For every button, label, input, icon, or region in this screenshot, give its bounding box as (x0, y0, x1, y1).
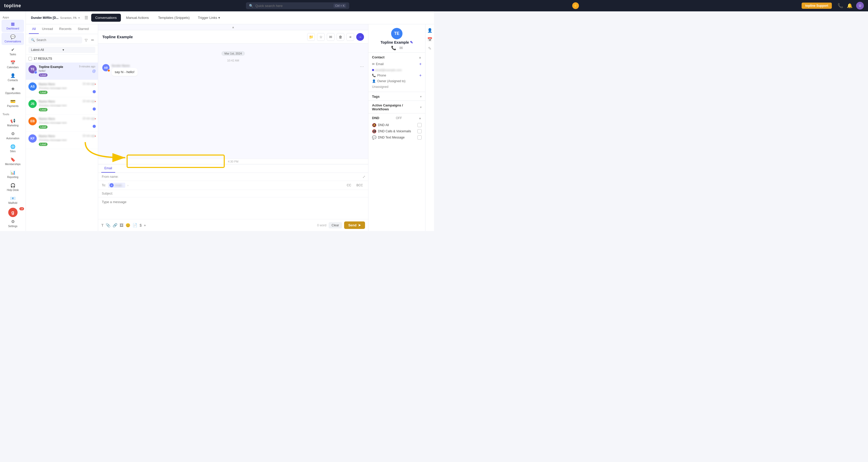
edit-far-icon[interactable]: ✎ (428, 46, 431, 51)
calendars-icon: 📅 (10, 60, 16, 65)
sidebar-item-conversations[interactable]: 💬 Conversations (2, 33, 24, 45)
conversation-tabs: All Unread Recents Starred (26, 24, 98, 34)
sidebar-toggle-icon[interactable]: ☰ (85, 15, 88, 20)
to-expand-icon[interactable]: › (127, 184, 128, 187)
folder-icon-button[interactable]: 📁 (307, 33, 315, 41)
conversation-item[interactable]: TE Topline Example 9 minutes ago hello! … (26, 63, 98, 80)
dnd-calls-checkbox[interactable] (417, 129, 422, 133)
document-icon[interactable]: 📄 (132, 223, 137, 228)
sidebar-item-helpdesk[interactable]: 🎧 Help Desk (2, 181, 24, 193)
collapse-bar[interactable]: ▲ (98, 24, 368, 30)
contact-section-header[interactable]: Contact ▲ (368, 53, 425, 61)
message-sender-name: Sender Name (112, 64, 130, 67)
filter-icon-button[interactable]: ≡ (346, 33, 354, 41)
dollar-icon[interactable]: $ (140, 223, 142, 227)
compose-icon[interactable]: ✏ (90, 37, 95, 43)
tab-starred[interactable]: Starred (75, 24, 92, 34)
link-icon[interactable]: 🔗 (113, 223, 118, 228)
sidebar-item-label: Settings (8, 225, 17, 228)
sidebar-item-tasks[interactable]: ✔ Tasks (2, 45, 24, 58)
compose-toolbar: T 📎 🔗 🖼 😊 📄 $ + 0 word Clear Send ➤ (98, 219, 368, 231)
compose-expand-icon[interactable]: ⤢ (363, 175, 366, 179)
tab-all[interactable]: All (29, 24, 39, 34)
avatar-badge (34, 71, 37, 74)
conversation-preview: Preview message text (39, 87, 95, 90)
tab-trigger-links[interactable]: Trigger Links ▾ (195, 14, 223, 22)
add-phone-button[interactable]: + (419, 73, 422, 78)
search-input[interactable] (255, 4, 332, 8)
dnd-sms-checkbox[interactable] (417, 135, 422, 140)
message-more-icon[interactable]: ⋯ (360, 64, 364, 69)
message-textarea[interactable] (102, 200, 365, 215)
mailfold-icon: 📧 (10, 196, 16, 201)
expand-icon-button[interactable]: → (356, 33, 364, 41)
dnd-section-header[interactable]: DND OFF ▲ (368, 114, 425, 122)
edit-icon[interactable]: ✎ (410, 40, 413, 44)
tab-manual-actions[interactable]: Manual Actions (122, 14, 153, 22)
text-format-icon[interactable]: T (101, 223, 103, 227)
clear-button[interactable]: Clear (329, 222, 342, 228)
sidebar-item-automation[interactable]: ⚙ Automation (2, 129, 24, 142)
search-input[interactable] (36, 38, 80, 42)
from-name-label: From name: (102, 175, 119, 179)
tab-conversations[interactable]: Conversations (91, 14, 121, 22)
compose-tab-email[interactable]: Email (101, 164, 115, 173)
to-chip[interactable]: A email... (108, 183, 125, 188)
conversation-search[interactable]: 🔍 (28, 37, 82, 43)
account-dropdown[interactable]: Dunder Mifflin [D... Scranton, PA ▾ (31, 16, 80, 20)
cc-button[interactable]: CC (345, 183, 352, 188)
send-button[interactable]: Send ➤ (344, 221, 365, 229)
person-card-icon[interactable]: 👤 (427, 28, 432, 33)
avatar: EB (28, 117, 37, 125)
sidebar-item-marketing[interactable]: 📢 Marketing (2, 117, 24, 129)
sidebar-item-mailfold[interactable]: 📧 Mailfold (2, 194, 24, 207)
conversation-item[interactable]: JS Name Here 10 min ago Preview message … (26, 97, 98, 115)
select-all-checkbox[interactable] (28, 57, 32, 60)
calendar-far-icon[interactable]: 📅 (427, 37, 432, 42)
sidebar-item-label: Contacts (8, 79, 18, 82)
tab-recents[interactable]: Recents (56, 24, 75, 34)
sidebar-item-settings[interactable]: ⚙ Settings (2, 217, 24, 230)
phone-icon[interactable]: 📞 (391, 45, 396, 51)
image-icon[interactable]: 🖼 (120, 223, 123, 227)
unread-dot: ● (95, 100, 96, 102)
attachment-icon[interactable]: 📎 (106, 223, 111, 228)
sidebar-item-dashboard[interactable]: ▦ Dashboard (2, 20, 24, 32)
plus-icon[interactable]: + (144, 223, 146, 227)
email-icon-button[interactable]: ✉ (327, 33, 335, 41)
sidebar-item-payments[interactable]: 💳 Payments (2, 97, 24, 110)
message-avatar: AB (102, 64, 110, 71)
top-navigation: topline 🔍 Ctrl + K ⚡ topline Support 📞 🔔… (0, 0, 434, 11)
bcc-button[interactable]: BCC (355, 183, 365, 188)
sidebar-item-opportunities[interactable]: ◈ Opportunities (2, 84, 24, 97)
email-icon[interactable]: ✉ (399, 45, 403, 51)
phone-field-row: 📞 Phone + (372, 73, 422, 78)
subject-input[interactable] (116, 192, 363, 195)
conversation-item[interactable]: AS Name Here 10 min ago Preview message … (26, 80, 98, 97)
global-search[interactable]: 🔍 Ctrl + K (246, 2, 349, 9)
tab-unread[interactable]: Unread (39, 24, 56, 34)
sidebar-item-reporting[interactable]: 📊 Reporting (2, 168, 24, 181)
conversation-item[interactable]: KF Name Here 10 min ago Preview message … (26, 132, 98, 149)
tags-section-header[interactable]: Tags ▾ (368, 92, 425, 100)
filter-icon[interactable]: ▽ (84, 37, 89, 43)
filter-dropdown[interactable]: Latest-All ▾ (28, 47, 95, 53)
campaigns-section-header[interactable]: Active Campaigns / Workflows ▾ (368, 101, 425, 113)
star-icon-button[interactable]: ☆ (317, 33, 325, 41)
sidebar-section-apps: Apps (0, 14, 26, 20)
phone-label: 📞 Phone (372, 74, 386, 77)
sidebar-item-calendars[interactable]: 📅 Calendars (2, 58, 24, 71)
sidebar-item-contacts[interactable]: 👤 Contacts (2, 71, 24, 84)
add-email-button[interactable]: + (419, 62, 422, 66)
tab-templates[interactable]: Templates (Snippets) (154, 14, 194, 22)
conversation-item[interactable]: EB Name Here 10 min ago Preview message … (26, 115, 98, 132)
g-badge[interactable]: g 18 (0, 208, 26, 217)
delete-icon-button[interactable]: 🗑 (337, 33, 344, 41)
dnd-all-checkbox[interactable] (417, 123, 422, 127)
message-header-actions: 📁 ☆ ✉ 🗑 ≡ → (307, 33, 364, 41)
sidebar-item-memberships[interactable]: 🔖 Memberships (2, 155, 24, 168)
sidebar-item-sites[interactable]: 🌐 Sites (2, 142, 24, 155)
emoji-icon[interactable]: 😊 (126, 223, 130, 228)
message-header: Topline Example 📁 ☆ ✉ 🗑 ≡ → (98, 30, 368, 44)
conversation-item-body: Name Here 10 min ago Preview message tex… (39, 117, 95, 129)
